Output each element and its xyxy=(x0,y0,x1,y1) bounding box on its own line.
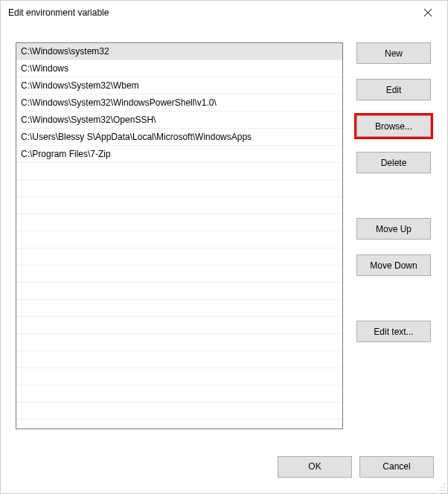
list-item[interactable] xyxy=(16,317,342,334)
delete-button[interactable]: Delete xyxy=(356,152,431,173)
browse-button[interactable]: Browse... xyxy=(356,115,431,137)
list-item[interactable] xyxy=(16,231,342,248)
list-item[interactable] xyxy=(16,300,342,317)
svg-point-3 xyxy=(438,490,439,491)
path-listbox[interactable]: C:\Windows\system32C:\WindowsC:\Windows\… xyxy=(16,42,343,429)
edit-text-button[interactable]: Edit text... xyxy=(356,321,431,342)
svg-point-1 xyxy=(441,487,442,488)
move-down-button[interactable]: Move Down xyxy=(356,254,431,276)
list-item[interactable]: C:\Users\Blessy S\AppData\Local\Microsof… xyxy=(16,129,342,146)
move-up-button[interactable]: Move Up xyxy=(356,218,431,240)
svg-point-5 xyxy=(444,490,445,491)
list-item[interactable]: C:\Windows\System32\WindowsPowerShell\v1… xyxy=(16,94,342,112)
svg-point-0 xyxy=(444,484,445,485)
list-item[interactable] xyxy=(16,180,342,197)
resize-grip-icon[interactable] xyxy=(437,483,446,492)
list-item[interactable] xyxy=(16,163,342,180)
list-item[interactable] xyxy=(16,368,342,385)
side-button-panel: New Edit Browse... Delete Move Up Move D… xyxy=(356,42,431,449)
list-item[interactable]: C:\Program Files\7-Zip xyxy=(16,146,342,163)
dialog-title: Edit environment variable xyxy=(8,7,413,18)
cancel-button[interactable]: Cancel xyxy=(359,456,434,478)
list-item[interactable] xyxy=(16,214,342,231)
dialog-footer: OK Cancel xyxy=(1,449,447,493)
svg-point-2 xyxy=(444,487,445,488)
list-item[interactable]: C:\Windows xyxy=(16,60,342,77)
close-button[interactable] xyxy=(413,2,443,23)
list-item[interactable] xyxy=(16,334,342,351)
list-item[interactable] xyxy=(16,248,342,266)
dialog-body: C:\Windows\system32C:\WindowsC:\Windows\… xyxy=(1,25,447,449)
list-item[interactable]: C:\Windows\System32\Wbem xyxy=(16,77,342,94)
list-item[interactable] xyxy=(16,197,342,214)
list-item[interactable]: C:\Windows\System32\OpenSSH\ xyxy=(16,112,342,129)
list-item[interactable]: C:\Windows\system32 xyxy=(16,43,342,60)
edit-button[interactable]: Edit xyxy=(356,79,431,100)
close-icon xyxy=(424,9,432,16)
list-item[interactable] xyxy=(16,266,342,283)
edit-env-var-dialog: Edit environment variable C:\Windows\sys… xyxy=(0,0,448,494)
ok-button[interactable]: OK xyxy=(278,456,352,478)
list-item[interactable] xyxy=(16,351,342,368)
list-item[interactable] xyxy=(16,402,342,420)
new-button[interactable]: New xyxy=(356,42,431,64)
list-item[interactable] xyxy=(16,283,342,300)
list-item[interactable] xyxy=(16,385,342,402)
svg-point-4 xyxy=(441,490,442,491)
titlebar: Edit environment variable xyxy=(1,1,447,25)
